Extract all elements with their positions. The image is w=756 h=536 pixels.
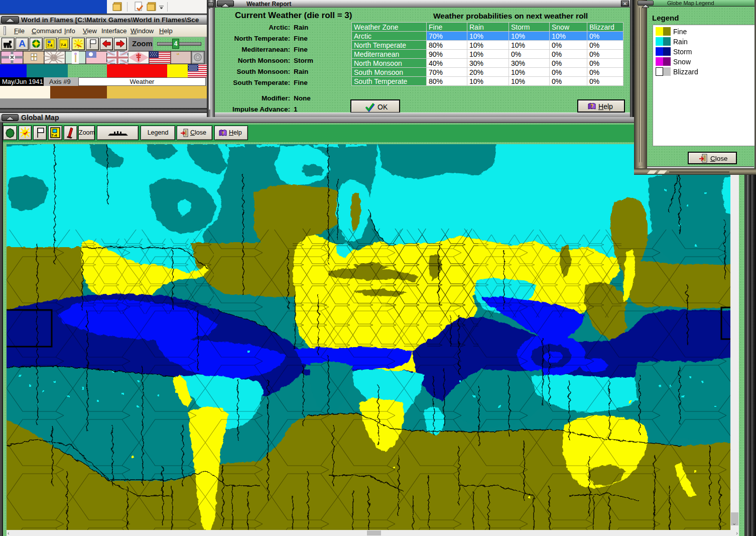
svg-text:7-4: 7-4: [51, 133, 57, 138]
svg-text:?: ?: [221, 131, 224, 136]
svg-text:7-4: 7-4: [47, 44, 52, 47]
svg-text:?: ?: [590, 103, 593, 109]
svg-text:7-4: 7-4: [61, 43, 66, 47]
